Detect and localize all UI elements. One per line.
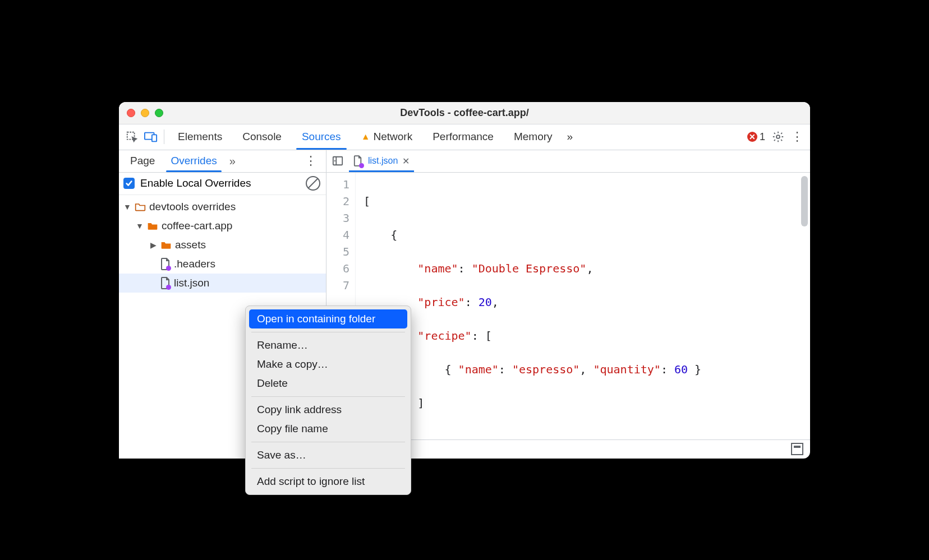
ctx-open-containing-folder[interactable]: Open in containing folder — [249, 309, 407, 328]
divider — [251, 468, 405, 469]
tree-assets-label: assets — [175, 239, 206, 251]
tree-domain[interactable]: ▼ coffee-cart.app — [119, 216, 326, 235]
tree-domain-label: coffee-cart.app — [162, 220, 232, 232]
content-area: Page Overrides » ⋮ Enable Local Override… — [119, 150, 810, 459]
tree-listjson-file[interactable]: list.json — [119, 274, 326, 293]
error-count-badge[interactable]: ✕ 1 — [744, 131, 769, 143]
clear-overrides-icon[interactable] — [306, 176, 320, 191]
window-controls — [127, 109, 163, 117]
override-dot-icon — [359, 163, 364, 168]
tree-assets[interactable]: ▶ assets — [119, 235, 326, 254]
ctx-copy-filename[interactable]: Copy file name — [249, 419, 407, 438]
tree-root[interactable]: ▼ devtools overrides — [119, 197, 326, 216]
tab-sources[interactable]: Sources — [292, 124, 351, 150]
subtab-overflow-button[interactable]: » — [225, 155, 240, 168]
file-tabs: list.json ✕ — [326, 150, 810, 173]
ctx-copy-link[interactable]: Copy link address — [249, 400, 407, 419]
subtab-page[interactable]: Page — [122, 150, 163, 172]
navigator-kebab-icon[interactable]: ⋮ — [299, 154, 323, 168]
window-title: DevTools - coffee-cart.app/ — [119, 107, 810, 119]
context-menu: Open in containing folder Rename… Make a… — [245, 306, 411, 495]
tree-root-label: devtools overrides — [149, 201, 236, 213]
error-count: 1 — [760, 131, 765, 143]
chevron-down-icon: ▼ — [136, 221, 144, 230]
divider — [251, 396, 405, 397]
folder-icon — [160, 239, 172, 251]
ctx-delete[interactable]: Delete — [249, 374, 407, 393]
folder-icon — [135, 201, 146, 212]
tree-listjson-label: list.json — [174, 277, 209, 289]
divider — [251, 332, 405, 332]
chevron-down-icon: ▼ — [123, 202, 131, 211]
file-tab-listjson[interactable]: list.json ✕ — [348, 150, 415, 172]
tab-performance[interactable]: Performance — [422, 124, 504, 150]
tab-network-label: Network — [373, 131, 412, 143]
ctx-rename[interactable]: Rename… — [249, 336, 407, 355]
close-tab-icon[interactable]: ✕ — [402, 156, 410, 166]
chevron-right-icon: ▶ — [149, 240, 157, 249]
tab-console[interactable]: Console — [232, 124, 292, 150]
tabs-overflow-button[interactable]: » — [563, 124, 578, 150]
panel-tabs: Elements Console Sources ▲ Network Perfo… — [168, 124, 577, 150]
enable-overrides-bar: Enable Local Overrides — [119, 173, 326, 195]
tree-headers-label: .headers — [174, 258, 215, 270]
navigator-toggle-icon[interactable] — [330, 155, 346, 166]
main-toolbar: Elements Console Sources ▲ Network Perfo… — [119, 124, 810, 150]
divider — [251, 442, 405, 442]
minimize-window-button[interactable] — [141, 109, 149, 117]
ctx-make-copy[interactable]: Make a copy… — [249, 355, 407, 374]
show-drawer-icon[interactable] — [791, 443, 803, 455]
tab-memory[interactable]: Memory — [504, 124, 563, 150]
navigator-tabs: Page Overrides » ⋮ — [119, 150, 326, 173]
enable-overrides-label: Enable Local Overrides — [140, 177, 251, 189]
tab-elements[interactable]: Elements — [168, 124, 232, 150]
override-dot-icon — [166, 266, 171, 271]
warning-icon: ▲ — [361, 132, 370, 142]
ctx-save-as[interactable]: Save as… — [249, 446, 407, 465]
settings-gear-icon[interactable] — [769, 127, 788, 146]
close-window-button[interactable] — [127, 109, 135, 117]
file-tab-label: list.json — [368, 156, 398, 166]
enable-overrides-checkbox[interactable] — [123, 178, 135, 189]
scrollbar-thumb[interactable] — [801, 176, 808, 226]
file-icon — [353, 155, 364, 168]
override-dot-icon — [166, 285, 171, 290]
devtools-window: DevTools - coffee-cart.app/ Elements Con… — [119, 102, 810, 459]
tab-network[interactable]: ▲ Network — [351, 124, 423, 150]
divider — [164, 129, 164, 144]
file-icon — [160, 258, 171, 270]
ctx-add-ignore[interactable]: Add script to ignore list — [249, 472, 407, 491]
subtab-overrides[interactable]: Overrides — [163, 150, 224, 172]
svg-point-3 — [776, 135, 780, 138]
zoom-window-button[interactable] — [155, 109, 163, 117]
inspect-element-icon[interactable] — [122, 127, 141, 146]
svg-rect-2 — [152, 135, 157, 141]
folder-icon — [147, 220, 158, 232]
titlebar: DevTools - coffee-cart.app/ — [119, 102, 810, 124]
device-toolbar-icon[interactable] — [141, 127, 160, 146]
code-content[interactable]: [ { "name": "Double Espresso", "price": … — [356, 173, 810, 439]
error-icon: ✕ — [747, 132, 757, 142]
file-icon — [160, 277, 171, 289]
kebab-menu-icon[interactable]: ⋮ — [788, 127, 807, 146]
tree-headers-file[interactable]: .headers — [119, 254, 326, 274]
